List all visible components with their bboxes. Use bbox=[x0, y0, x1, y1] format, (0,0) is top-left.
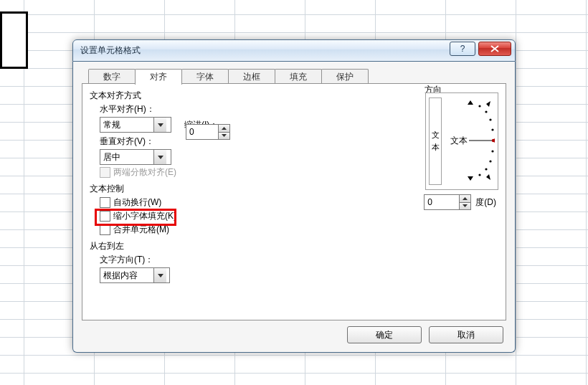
orientation-dial[interactable]: 文本 bbox=[445, 95, 498, 189]
text-direction-combo[interactable]: 根据内容 bbox=[100, 267, 170, 283]
indent-spinner[interactable]: 0 bbox=[186, 124, 230, 140]
vertical-align-label: 垂直对齐(V)： bbox=[100, 136, 154, 148]
ok-button[interactable]: 确定 bbox=[347, 326, 422, 343]
svg-marker-20 bbox=[463, 197, 468, 200]
spinner-up-icon[interactable] bbox=[219, 125, 229, 132]
svg-point-19 bbox=[492, 139, 495, 142]
svg-point-15 bbox=[478, 174, 480, 176]
chevron-down-icon bbox=[153, 150, 166, 164]
close-button[interactable] bbox=[478, 42, 511, 56]
svg-marker-4 bbox=[158, 274, 163, 277]
text-direction-value: 根据内容 bbox=[100, 270, 153, 282]
justify-distributed-label: 两端分散对齐(E) bbox=[113, 166, 176, 179]
svg-marker-11 bbox=[486, 174, 490, 180]
cancel-button[interactable]: 取消 bbox=[429, 326, 503, 343]
spinner-down-icon[interactable] bbox=[460, 202, 470, 210]
spinner-down-icon[interactable] bbox=[219, 132, 229, 140]
svg-marker-2 bbox=[222, 134, 227, 137]
svg-marker-21 bbox=[463, 204, 468, 207]
svg-marker-10 bbox=[486, 101, 490, 107]
rtl-title: 从右到左 bbox=[90, 240, 498, 252]
spinner-up-icon[interactable] bbox=[460, 195, 470, 202]
titlebar[interactable]: 设置单元格格式 ? bbox=[72, 39, 516, 62]
tab-protection[interactable]: 保护 bbox=[321, 69, 369, 84]
svg-point-13 bbox=[489, 160, 491, 162]
horizontal-align-value: 常规 bbox=[100, 119, 153, 131]
svg-point-6 bbox=[478, 105, 480, 107]
svg-point-7 bbox=[485, 110, 487, 113]
tab-font[interactable]: 字体 bbox=[181, 69, 229, 84]
dialog-title: 设置单元格格式 bbox=[80, 44, 141, 57]
merge-cells-checkbox[interactable]: 合并单元格(M) bbox=[100, 224, 169, 236]
horizontal-align-label: 水平对齐(H)： bbox=[100, 103, 155, 115]
help-button[interactable]: ? bbox=[450, 42, 475, 56]
indent-value: 0 bbox=[186, 125, 218, 139]
tab-alignment[interactable]: 对齐 bbox=[135, 69, 182, 85]
chevron-down-icon bbox=[153, 118, 166, 132]
wrap-text-label: 自动换行(W) bbox=[113, 196, 161, 209]
svg-point-14 bbox=[485, 168, 487, 170]
shrink-to-fit-label: 缩小字体填充(K) bbox=[113, 210, 176, 222]
vertical-text-button[interactable]: 文本 bbox=[429, 98, 442, 185]
svg-marker-1 bbox=[222, 127, 227, 130]
vertical-align-value: 居中 bbox=[100, 151, 153, 163]
degree-spinner[interactable]: 0 bbox=[424, 194, 471, 210]
svg-point-12 bbox=[491, 150, 493, 152]
svg-marker-16 bbox=[468, 176, 473, 181]
svg-point-9 bbox=[491, 128, 493, 130]
svg-marker-5 bbox=[468, 100, 473, 105]
wrap-text-checkbox[interactable]: 自动换行(W) bbox=[100, 196, 161, 209]
svg-point-8 bbox=[489, 118, 491, 120]
tab-fill[interactable]: 填充 bbox=[275, 69, 322, 84]
svg-marker-3 bbox=[158, 156, 163, 159]
tabstrip: 数字 对齐 字体 边框 填充 保护 bbox=[88, 69, 368, 85]
svg-marker-0 bbox=[158, 123, 163, 127]
chevron-down-icon bbox=[153, 268, 166, 282]
orientation-text: 文本 bbox=[450, 136, 468, 146]
text-direction-label: 文字方向(T)： bbox=[100, 254, 153, 266]
merge-cells-label: 合并单元格(M) bbox=[113, 224, 169, 236]
shrink-to-fit-checkbox[interactable]: 缩小字体填充(K) bbox=[100, 210, 176, 222]
direction-box: 文本 bbox=[425, 92, 498, 190]
format-cells-dialog: 设置单元格格式 ? 数字 对齐 字体 边框 填充 保护 文本对齐方式 水平对齐(… bbox=[72, 39, 516, 352]
degree-value: 0 bbox=[425, 195, 459, 209]
tab-border[interactable]: 边框 bbox=[228, 69, 275, 84]
alignment-panel: 文本对齐方式 水平对齐(H)： 常规 缩进(I)： 垂直对齐(V)： 0 bbox=[82, 83, 506, 320]
vertical-align-combo[interactable]: 居中 bbox=[100, 149, 171, 165]
horizontal-align-combo[interactable]: 常规 bbox=[100, 117, 171, 133]
degree-label: 度(D) bbox=[475, 196, 496, 209]
justify-distributed-checkbox: 两端分散对齐(E) bbox=[100, 166, 176, 179]
selected-cell[interactable] bbox=[0, 11, 28, 69]
tab-number[interactable]: 数字 bbox=[88, 69, 136, 84]
